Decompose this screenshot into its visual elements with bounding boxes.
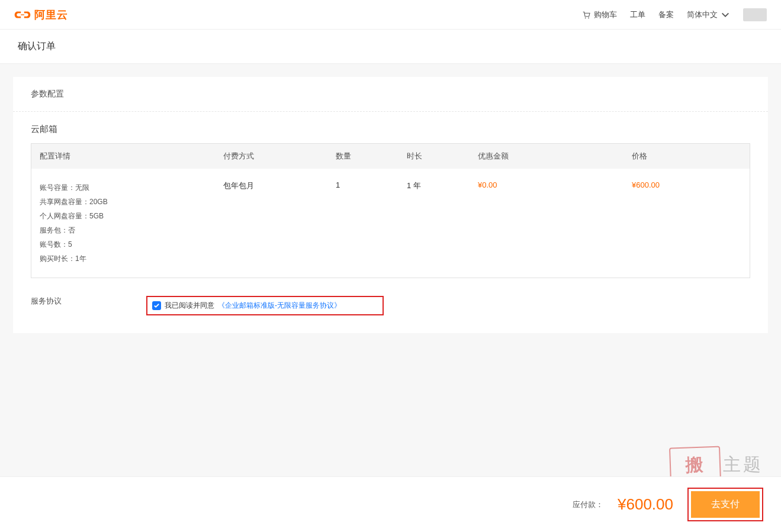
aliyun-logo-icon [14,9,31,21]
nav-ticket[interactable]: 工单 [630,9,645,20]
cfg-line: 服务包：否 [40,223,223,237]
top-navbar: 阿里云 购物车 工单 备案 简体中文 [0,0,781,30]
nav-cart[interactable]: 购物车 [581,9,617,20]
cfg-line: 共享网盘容量：20GB [40,195,223,209]
agreement-box: 我已阅读并同意 《企业邮箱标准版-无限容量服务协议》 [146,296,384,315]
brand-name: 阿里云 [34,8,68,22]
page-title: 确认订单 [0,30,781,64]
agreement-checkbox[interactable] [152,301,161,310]
table-header-row: 配置详情 付费方式 数量 时长 优惠金额 价格 [31,144,750,169]
th-pay: 付费方式 [223,151,336,162]
cell-pay: 包年包月 [223,180,336,191]
check-icon [153,302,160,309]
cell-dur: 1 年 [407,180,478,191]
brand-logo[interactable]: 阿里云 [14,8,68,22]
cell-config: 账号容量：无限 共享网盘容量：20GB 个人网盘容量：5GB 服务包：否 账号数… [40,180,223,266]
nav-language[interactable]: 简体中文 [687,9,730,20]
th-disc: 优惠金额 [478,151,632,162]
chevron-down-icon [721,10,730,20]
table-row: 账号容量：无限 共享网盘容量：20GB 个人网盘容量：5GB 服务包：否 账号数… [31,169,750,278]
th-config: 配置详情 [40,151,223,162]
card-config-head: 参数配置 [13,77,768,112]
nav-language-label: 简体中文 [687,9,718,20]
cart-icon [581,10,591,20]
nav-beian[interactable]: 备案 [658,9,674,20]
order-card: 参数配置 云邮箱 配置详情 付费方式 数量 时长 优惠金额 价格 账号容量：无限… [13,77,768,333]
cfg-line: 账号数：5 [40,237,223,252]
agreement-prefix: 我已阅读并同意 [165,301,214,311]
th-qty: 数量 [336,151,407,162]
agreement-label: 服务协议 [31,296,146,307]
cfg-line: 账号容量：无限 [40,180,223,195]
svg-point-2 [588,17,589,18]
cfg-line: 个人网盘容量：5GB [40,209,223,223]
order-table: 配置详情 付费方式 数量 时长 优惠金额 价格 账号容量：无限 共享网盘容量：2… [31,143,750,278]
cell-discount: ¥0.00 [478,180,632,189]
product-section-title: 云邮箱 [31,124,750,135]
th-price: 价格 [632,151,741,162]
agreement-row: 服务协议 我已阅读并同意 《企业邮箱标准版-无限容量服务协议》 [13,278,768,315]
nav-avatar[interactable] [743,8,767,21]
svg-point-1 [585,17,586,18]
svg-rect-0 [21,14,24,15]
agreement-link[interactable]: 《企业邮箱标准版-无限容量服务协议》 [218,301,341,311]
nav-cart-label: 购物车 [594,9,617,20]
th-dur: 时长 [407,151,478,162]
cell-price: ¥600.00 [632,180,741,189]
cell-qty: 1 [336,180,407,189]
cfg-line: 购买时长：1年 [40,252,223,266]
